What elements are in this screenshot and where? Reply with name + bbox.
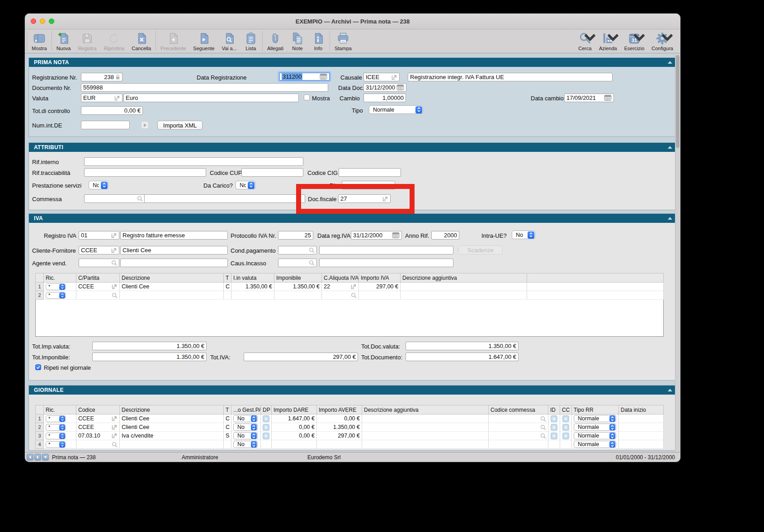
cliente-fornitore-description-field[interactable]: Clienti Cee	[120, 246, 228, 254]
agente-vend-description-field[interactable]	[120, 259, 228, 267]
paste-special-icon[interactable]	[350, 283, 357, 290]
paste-special-icon[interactable]	[111, 415, 118, 422]
paste-special-icon[interactable]	[111, 424, 118, 430]
commessa-description-field[interactable]	[144, 194, 305, 203]
intra-ue-select[interactable]: No	[512, 231, 535, 239]
tipo-rr-select[interactable]: Normale	[574, 432, 616, 439]
valuta-description-field[interactable]: Euro	[123, 94, 299, 102]
search-icon[interactable]	[137, 196, 143, 202]
search-icon[interactable]	[112, 292, 118, 298]
paste-special-icon[interactable]	[111, 283, 118, 290]
toolbar-nuova-button[interactable]: Nuova	[53, 30, 75, 52]
ric-combo[interactable]: *	[46, 433, 66, 439]
da-carico-select[interactable]: No	[236, 181, 255, 189]
search-icon[interactable]	[351, 292, 357, 298]
run-button[interactable]	[141, 121, 149, 129]
search-icon[interactable]	[540, 416, 546, 422]
paste-special-icon[interactable]	[114, 95, 120, 101]
codice-cup-field[interactable]	[241, 168, 303, 177]
zoom-window-button[interactable]	[49, 19, 54, 24]
toolbar-allegati-button[interactable]: Allegati	[264, 30, 287, 52]
ric-combo[interactable]: *	[46, 292, 66, 299]
close-window-button[interactable]	[31, 19, 36, 24]
cliente-fornitore-code-field[interactable]: CCEE	[79, 246, 119, 254]
toolbar-mostra-button[interactable]: Mostra	[28, 30, 51, 52]
cambio-field[interactable]: 1,00000	[363, 94, 406, 102]
ripeti-giornale-checkbox[interactable]	[35, 364, 41, 370]
toolbar-note-button[interactable]: Note	[287, 30, 308, 52]
toolbar-lista-button[interactable]: Lista	[241, 30, 261, 52]
documento-field[interactable]: 559988	[81, 83, 328, 92]
ric-combo[interactable]: *	[46, 415, 66, 422]
data-reg-iva-field[interactable]: 31/12/2000	[351, 231, 402, 240]
num-int-de-field[interactable]	[81, 121, 130, 129]
registrazione-field[interactable]: 238	[81, 73, 123, 81]
protocollo-iva-field[interactable]: 25	[278, 231, 313, 240]
caus-incasso-field[interactable]	[278, 259, 317, 267]
codice-cig-field[interactable]	[339, 168, 401, 177]
paste-special-icon[interactable]	[111, 247, 117, 254]
caus-incasso-description-field[interactable]	[319, 259, 453, 267]
toolbar-cancella-button[interactable]: Cancella	[128, 30, 155, 52]
calendar-icon[interactable]	[320, 73, 327, 80]
registro-iva-description-field[interactable]: Registro fatture emesse	[120, 231, 228, 240]
valuta-code-field[interactable]: EUR	[81, 94, 123, 102]
search-icon[interactable]	[540, 433, 546, 439]
rif-tracciabilita-field[interactable]	[84, 168, 206, 177]
calendar-icon[interactable]	[396, 84, 404, 91]
calendar-icon[interactable]	[392, 232, 400, 239]
paste-special-icon[interactable]	[111, 433, 118, 439]
search-icon[interactable]	[540, 424, 546, 430]
collapse-icon[interactable]	[668, 146, 672, 149]
ric-combo[interactable]: *	[46, 424, 66, 431]
nav-next-button[interactable]	[34, 454, 41, 461]
tipo-rr-select[interactable]: Normale	[574, 424, 616, 431]
toolbar-azienda-button[interactable]: Azienda	[595, 30, 621, 52]
importa-xml-button[interactable]: Importa XML	[157, 121, 203, 130]
anno-rif-field[interactable]: 2000	[431, 231, 459, 240]
vertical-scrollbar[interactable]	[675, 54, 680, 451]
toolbar-info-button[interactable]: Info	[308, 30, 329, 52]
nav-dropdown-button[interactable]	[42, 454, 49, 461]
paste-special-icon[interactable]	[111, 232, 117, 239]
toolbar-seguente-button[interactable]: Seguente	[189, 30, 218, 52]
gest-pa-select[interactable]: No	[233, 415, 258, 422]
registro-iva-code-field[interactable]: 01	[79, 231, 119, 240]
tipo-rr-select[interactable]: Normale	[574, 415, 616, 422]
search-icon[interactable]	[111, 260, 117, 266]
paste-special-icon[interactable]	[391, 74, 397, 80]
toolbar-esercizio-button[interactable]: 31 Esercizio	[621, 30, 648, 52]
collapse-icon[interactable]	[668, 389, 672, 391]
mostra-checkbox[interactable]	[304, 94, 310, 100]
nav-previous-button[interactable]	[27, 454, 33, 461]
rif-interno-field[interactable]	[84, 157, 303, 166]
toolbar-vai-a-button[interactable]: Vai a...	[218, 30, 240, 52]
collapse-icon[interactable]	[668, 61, 672, 64]
search-icon[interactable]	[112, 442, 118, 447]
toolbar-stampa-button[interactable]: Stampa	[331, 30, 355, 52]
data-cambio-field[interactable]: 17/09/2021	[564, 94, 614, 102]
agente-vend-field[interactable]	[79, 259, 119, 267]
collapse-icon[interactable]	[668, 217, 672, 220]
data-doc-field[interactable]: 31/12/2000	[363, 83, 406, 92]
search-icon[interactable]	[309, 247, 315, 253]
causale-code-field[interactable]: ICEE	[363, 73, 400, 81]
calendar-icon[interactable]	[604, 94, 612, 101]
search-icon[interactable]	[309, 260, 315, 266]
toolbar-configura-button[interactable]: Configura	[648, 30, 677, 52]
data-registrazione-field[interactable]: 311200	[279, 72, 330, 81]
ric-combo[interactable]: *	[46, 441, 66, 448]
gest-pa-select[interactable]: No	[233, 441, 258, 448]
prestazione-servizi-select[interactable]: No	[89, 181, 108, 189]
ric-combo[interactable]: *	[46, 283, 66, 290]
minimize-window-button[interactable]	[40, 19, 45, 24]
tot-controllo-field[interactable]: 0,00 €	[81, 106, 143, 115]
scrollbar-thumb[interactable]	[676, 55, 679, 148]
gest-pa-select[interactable]: No	[233, 432, 258, 439]
gest-pa-select[interactable]: No	[233, 424, 258, 431]
tipo-rr-select[interactable]: Normale	[574, 441, 616, 448]
cond-pagamento-description-field[interactable]	[319, 246, 453, 254]
cond-pagamento-field[interactable]	[278, 246, 317, 254]
toolbar-cerca-button[interactable]: Cerca	[575, 30, 595, 52]
causale-description-field[interactable]: Registrazione integr. IVA Fattura UE	[408, 73, 613, 81]
